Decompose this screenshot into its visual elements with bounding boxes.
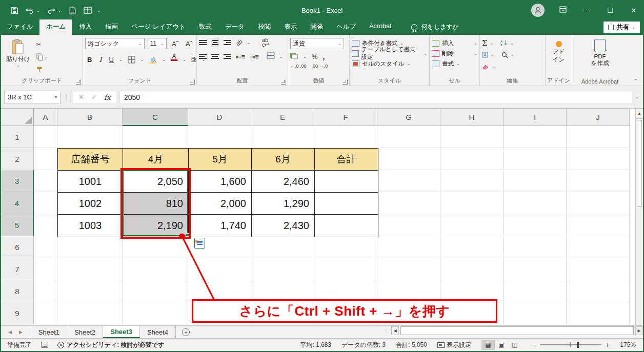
tell-me-box[interactable]: 何をしますか bbox=[411, 23, 458, 35]
table-cell[interactable]: 1003 bbox=[58, 215, 123, 237]
qat-customize-icon[interactable]: ⌄ bbox=[97, 8, 100, 13]
cut-button[interactable]: ✂ bbox=[36, 40, 48, 49]
row-header-6[interactable]: 6 bbox=[1, 236, 34, 258]
cell-B8[interactable] bbox=[57, 280, 123, 302]
cell-C7[interactable] bbox=[123, 258, 188, 280]
cell-A7[interactable] bbox=[34, 258, 57, 280]
cell-I8[interactable] bbox=[504, 280, 567, 302]
number-dialog-launcher[interactable] bbox=[343, 79, 348, 85]
table-cell[interactable] bbox=[315, 171, 378, 193]
borders-dropdown-icon[interactable]: ⌄ bbox=[140, 57, 144, 62]
sheet-tab-Sheet3[interactable]: Sheet3 bbox=[103, 326, 140, 338]
percent-button[interactable]: % bbox=[312, 53, 318, 60]
format-cells-button[interactable]: 書式⌄ bbox=[432, 58, 477, 69]
cell-H6[interactable] bbox=[440, 236, 504, 258]
shrink-font-button[interactable]: Aˇ bbox=[184, 38, 194, 49]
find-select-button[interactable]: ⌄ bbox=[501, 50, 514, 60]
cell-I3[interactable] bbox=[504, 170, 567, 192]
fill-handle[interactable] bbox=[186, 233, 189, 237]
table-header-cell[interactable]: 合計 bbox=[315, 149, 378, 171]
font-size-select[interactable]: 11⌄ bbox=[148, 38, 167, 49]
sheet-prev-icon[interactable]: ◀ bbox=[8, 329, 12, 335]
page-layout-view-button[interactable]: ▣ bbox=[495, 340, 508, 350]
close-icon[interactable]: ✕ bbox=[629, 7, 639, 14]
sort-filter-button[interactable]: AZ ⌄ bbox=[500, 38, 514, 48]
cell-E6[interactable] bbox=[251, 236, 314, 258]
enter-icon[interactable]: ✓ bbox=[91, 93, 97, 101]
wrap-text-button[interactable]: abc↵ bbox=[262, 38, 270, 47]
table-header-cell[interactable]: 店舗番号 bbox=[58, 149, 123, 171]
cell-G7[interactable] bbox=[377, 258, 440, 280]
cell-G3[interactable] bbox=[377, 170, 440, 192]
cell-A3[interactable] bbox=[34, 170, 57, 192]
table-cell[interactable]: 2,430 bbox=[252, 215, 315, 237]
tab-Acrobat[interactable]: Acrobat bbox=[363, 19, 398, 35]
cell-A9[interactable] bbox=[34, 302, 57, 324]
underline-button[interactable]: U bbox=[107, 54, 116, 65]
sheet-tab-Sheet4[interactable]: Sheet4 bbox=[140, 326, 176, 338]
table-header-cell[interactable]: 5月 bbox=[189, 149, 252, 171]
format-painter-button[interactable] bbox=[36, 65, 48, 74]
column-header-A[interactable]: A bbox=[34, 109, 57, 126]
cell-J5[interactable] bbox=[567, 214, 630, 236]
save-icon[interactable] bbox=[10, 6, 18, 14]
number-format-select[interactable]: 通貨⌄ bbox=[290, 38, 344, 49]
tab-ホーム[interactable]: ホーム bbox=[39, 19, 72, 35]
decrease-decimal-button[interactable]: .00 →.0 bbox=[312, 64, 328, 69]
zoom-slider-thumb[interactable] bbox=[577, 342, 579, 348]
account-avatar[interactable] bbox=[531, 4, 545, 17]
undo-icon[interactable] bbox=[26, 6, 34, 14]
cell-B1[interactable] bbox=[57, 126, 123, 148]
share-button[interactable]: 共有 ⌄ bbox=[603, 22, 640, 33]
cell-H1[interactable] bbox=[440, 126, 504, 148]
paste-button[interactable]: 貼り付け ⌄ bbox=[3, 38, 33, 69]
fill-button[interactable]: ⌄ bbox=[482, 50, 494, 60]
minimize-icon[interactable]: — bbox=[581, 7, 592, 14]
middle-align-button[interactable] bbox=[211, 38, 219, 47]
cell-G2[interactable] bbox=[377, 148, 440, 170]
vertical-scrollbar[interactable]: ▲ bbox=[635, 109, 643, 325]
column-header-J[interactable]: J bbox=[567, 109, 630, 126]
row-header-9[interactable]: 9 bbox=[1, 302, 34, 324]
tab-データ[interactable]: データ bbox=[218, 19, 251, 35]
cell-A6[interactable] bbox=[34, 236, 57, 258]
tab-校閲[interactable]: 校閲 bbox=[251, 19, 277, 35]
bottom-align-button[interactable] bbox=[224, 39, 231, 46]
font-name-select[interactable]: 游ゴシック⌄ bbox=[85, 38, 145, 49]
redo-dropdown-icon[interactable]: ⌄ bbox=[58, 8, 62, 13]
cancel-icon[interactable]: ✕ bbox=[78, 93, 84, 101]
table-cell[interactable]: 2,000 bbox=[189, 193, 252, 215]
borders-button[interactable] bbox=[126, 54, 137, 65]
cell-I4[interactable] bbox=[504, 192, 567, 214]
alignment-dialog-launcher[interactable] bbox=[281, 79, 286, 85]
column-header-B[interactable]: B bbox=[57, 109, 123, 126]
align-right-button[interactable] bbox=[224, 53, 231, 60]
cell-D7[interactable] bbox=[188, 258, 251, 280]
cell-B7[interactable] bbox=[57, 258, 123, 280]
cell-A2[interactable] bbox=[34, 148, 57, 170]
cell-D1[interactable] bbox=[188, 126, 251, 148]
tab-ページ レイアウト[interactable]: ページ レイアウト bbox=[125, 19, 192, 35]
select-all-button[interactable] bbox=[1, 109, 34, 126]
column-header-C[interactable]: C bbox=[123, 109, 188, 126]
quick-analysis-button[interactable] bbox=[194, 238, 205, 249]
display-settings-button[interactable]: 表示設定 bbox=[437, 341, 471, 349]
column-header-E[interactable]: E bbox=[251, 109, 314, 126]
cell-H7[interactable] bbox=[440, 258, 504, 280]
redo-icon[interactable] bbox=[47, 6, 55, 14]
cell-I6[interactable] bbox=[504, 236, 567, 258]
delete-cells-button[interactable]: 削除⌄ bbox=[432, 48, 477, 58]
cell-J1[interactable] bbox=[567, 126, 630, 148]
clear-button[interactable]: ⌄ bbox=[482, 61, 495, 72]
increase-decimal-button[interactable]: ←.0 .00 bbox=[290, 64, 307, 69]
cell-J6[interactable] bbox=[567, 236, 630, 258]
create-pdf-button[interactable]: PDF を作成 bbox=[574, 38, 626, 68]
macro-record-icon[interactable] bbox=[41, 342, 48, 348]
collapse-ribbon-icon[interactable]: ⌃ bbox=[634, 78, 638, 84]
cell-F1[interactable] bbox=[314, 126, 377, 148]
table-cell[interactable]: 810 bbox=[123, 193, 189, 215]
cell-J7[interactable] bbox=[567, 258, 630, 280]
expand-formula-bar-icon[interactable]: ⌄ bbox=[635, 95, 640, 99]
cell-G5[interactable] bbox=[377, 214, 440, 236]
column-header-I[interactable]: I bbox=[504, 109, 567, 126]
